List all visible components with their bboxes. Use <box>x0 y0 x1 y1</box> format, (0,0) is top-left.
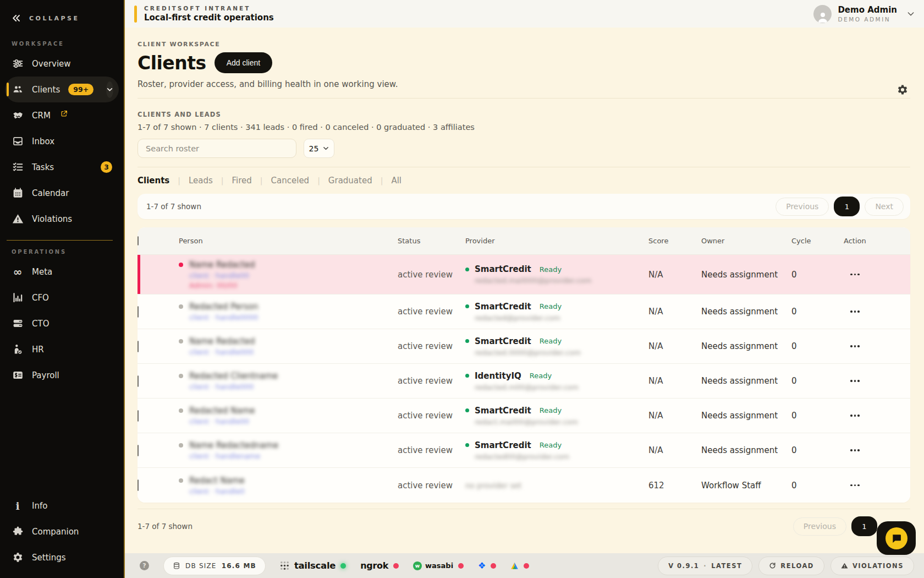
sidebar-item-payroll[interactable]: Payroll <box>5 362 119 388</box>
sidebar-item-label: Payroll <box>32 370 59 380</box>
tab-graduated[interactable]: Graduated <box>328 176 372 186</box>
client-name-redacted: Name Redactedname <box>189 440 278 450</box>
violations-button[interactable]: VIOLATIONS <box>831 557 914 575</box>
tab-leads[interactable]: Leads <box>189 176 213 186</box>
status-bar: ? DB SIZE 16.6 MB tailscale ngrok w wasa… <box>125 553 924 578</box>
sidebar-item-tasks[interactable]: Tasks 3 <box>5 154 119 180</box>
client-handle-link-redacted[interactable]: client · handlename <box>189 452 260 460</box>
next-page-button[interactable]: Next <box>865 198 904 216</box>
tab-all[interactable]: All <box>391 176 402 186</box>
client-handle-link-redacted[interactable]: client · handle00 <box>189 417 249 426</box>
client-handle-link-redacted[interactable]: client · handle0000 <box>189 313 258 321</box>
table-row[interactable]: Redact Name client · handle0 active revi… <box>138 468 910 503</box>
page-subtitle: Roster, provider access, and billing hea… <box>138 79 910 89</box>
roster-stats: 1-7 of 7 shown · 7 clients · 341 leads ·… <box>138 123 910 132</box>
row-checkbox[interactable] <box>138 306 139 318</box>
sidebar-item-companion[interactable]: Companion <box>5 519 119 544</box>
brand-accent-bar <box>134 6 137 23</box>
sidebar-item-hr[interactable]: HR <box>5 336 119 362</box>
score-cell: N/A <box>648 307 701 317</box>
checklist-icon <box>12 161 24 173</box>
owner-cell: Needs assignment <box>701 376 791 386</box>
sidebar-item-crm[interactable]: CRM <box>5 102 119 128</box>
row-actions-button more-options-icon[interactable] <box>844 484 910 487</box>
table-row[interactable]: Redacted Name client · handle00 active r… <box>138 399 910 433</box>
row-actions-button more-options-icon[interactable] <box>844 415 910 417</box>
cycle-cell: 0 <box>791 445 844 455</box>
row-checkbox[interactable] <box>138 375 139 387</box>
current-page-button[interactable]: 1 <box>851 516 877 536</box>
status-dot <box>179 304 183 309</box>
warning-triangle-icon <box>12 213 24 225</box>
row-actions-button more-options-icon[interactable] <box>844 310 910 313</box>
status-dot <box>179 408 183 413</box>
client-handle-link-redacted[interactable]: client · handle000 <box>189 383 254 391</box>
client-handle-link-redacted[interactable]: client · handle0 <box>189 487 245 495</box>
sidebar-item-settings[interactable]: Settings <box>5 544 119 570</box>
client-handle-link-redacted[interactable]: client · handle000 <box>189 348 254 356</box>
provider-status-dot <box>465 408 469 412</box>
provider-name: SmartCredit <box>475 302 531 312</box>
add-client-button[interactable]: Add client <box>215 52 272 73</box>
previous-page-button[interactable]: Previous <box>776 198 829 216</box>
collapse-button[interactable]: COLLAPSE <box>0 0 124 32</box>
status-cell: active review <box>398 270 465 280</box>
select-all-checkbox[interactable] <box>138 236 139 246</box>
service-dropbox: ❖ <box>478 561 496 570</box>
row-actions-button more-options-icon[interactable] <box>844 449 910 451</box>
provider-status-dot <box>465 443 469 447</box>
previous-page-button[interactable]: Previous <box>793 517 846 536</box>
client-name-redacted: Redacted Person <box>189 302 258 312</box>
table-row[interactable]: Redacted Clientname client · handle000 a… <box>138 364 910 399</box>
table-row[interactable]: Name Redactedname client · handlename ac… <box>138 433 910 468</box>
table-row[interactable]: Redacted Person client · handle0000 acti… <box>138 295 910 329</box>
status-dot <box>179 374 183 378</box>
reload-button[interactable]: RELOAD <box>758 557 824 575</box>
provider-name: SmartCredit <box>475 406 531 416</box>
row-checkbox[interactable] <box>138 445 139 456</box>
row-actions-button more-options-icon[interactable] <box>844 274 910 276</box>
sidebar-item-overview[interactable]: Overview <box>5 51 119 77</box>
sidebar-item-clients[interactable]: Clients 99+ <box>5 77 119 102</box>
current-page-button[interactable]: 1 <box>834 197 860 216</box>
brand-subtitle: Local-first credit operations <box>144 13 274 23</box>
help-icon[interactable]: ? <box>140 561 149 570</box>
row-checkbox[interactable] <box>138 479 139 491</box>
column-header-score: Score <box>648 237 701 245</box>
sidebar-item-info[interactable]: i Info <box>5 493 119 519</box>
table-row[interactable]: Name Redacted client · handle000 active … <box>138 329 910 364</box>
service-status-dot <box>458 563 464 569</box>
drive-logo-icon <box>510 562 519 570</box>
row-checkbox[interactable] <box>138 341 139 352</box>
client-handle-link-redacted[interactable]: client · handle00 <box>189 271 249 280</box>
db-size-label: DB SIZE <box>185 562 217 570</box>
divider <box>138 167 910 167</box>
owner-cell: Needs assignment <box>701 307 791 317</box>
tab-canceled[interactable]: Canceled <box>271 176 310 186</box>
page-settings-gear-icon[interactable] <box>897 84 909 96</box>
sidebar-item-calendar[interactable]: Calendar <box>5 180 119 206</box>
tab-fired[interactable]: Fired <box>232 176 252 186</box>
database-icon <box>173 562 180 570</box>
user-menu[interactable]: Demo Admin DEMO ADMIN <box>813 5 915 23</box>
clients-expand-button[interactable] <box>106 81 113 98</box>
page-size-select[interactable]: 25 <box>304 139 334 158</box>
chat-launcher-button[interactable] <box>877 521 916 555</box>
row-checkbox[interactable] <box>138 269 139 280</box>
status-cell: active review <box>398 376 465 386</box>
sidebar-item-cfo[interactable]: CFO <box>5 285 119 310</box>
table-row[interactable]: Name Redacted client · handle00 Admin: 0… <box>138 255 910 295</box>
sidebar-item-label: CFO <box>32 293 49 303</box>
sidebar-item-cto[interactable]: CTO <box>5 310 119 336</box>
sidebar-item-violations[interactable]: Violations <box>5 206 119 232</box>
row-actions-button more-options-icon[interactable] <box>844 380 910 382</box>
tab-clients[interactable]: Clients <box>138 176 169 186</box>
row-actions-button more-options-icon[interactable] <box>844 345 910 347</box>
search-input[interactable] <box>138 139 296 158</box>
owner-cell: Needs assignment <box>701 411 791 421</box>
sidebar-item-inbox[interactable]: Inbox <box>5 128 119 154</box>
row-checkbox[interactable] <box>138 410 139 422</box>
version-tag: LATEST <box>711 562 742 570</box>
sidebar-item-meta[interactable]: ∞ Meta <box>5 259 119 285</box>
sidebar-item-label: Calendar <box>32 188 69 198</box>
